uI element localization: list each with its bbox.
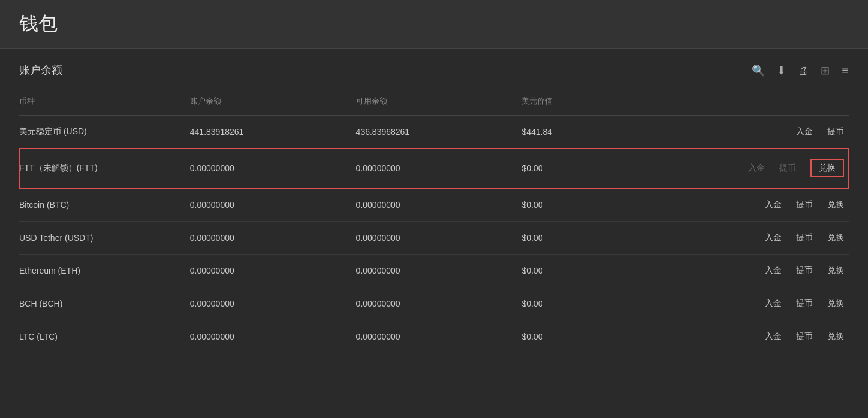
table-row: FTT（未解锁）(FTT)0.000000000.00000000$0.00入金… bbox=[19, 149, 849, 189]
withdraw-button[interactable]: 提币 bbox=[796, 199, 813, 210]
usd-value-cell: $441.84 bbox=[517, 127, 683, 137]
withdraw-button[interactable]: 提币 bbox=[827, 126, 844, 137]
usd-value-cell: $0.00 bbox=[517, 266, 683, 275]
deposit-button[interactable]: 入金 bbox=[765, 265, 782, 276]
withdraw-button: 提币 bbox=[779, 163, 796, 174]
withdraw-button[interactable]: 提币 bbox=[796, 298, 813, 309]
table-row: BCH (BCH)0.000000000.00000000$0.00入金提币兑换 bbox=[19, 287, 849, 320]
actions-cell: 入金提币 bbox=[683, 126, 849, 137]
deposit-button[interactable]: 入金 bbox=[765, 199, 782, 210]
table-row: 美元稳定币 (USD)441.83918261436.83968261$441.… bbox=[19, 116, 849, 149]
header-available: 可用余额 bbox=[351, 96, 517, 107]
exchange-button[interactable]: 兑换 bbox=[810, 159, 844, 177]
search-icon[interactable] bbox=[752, 63, 765, 77]
exchange-button[interactable]: 兑换 bbox=[827, 298, 844, 309]
actions-cell: 入金提币兑换 bbox=[683, 265, 849, 276]
table-body: 美元稳定币 (USD)441.83918261436.83968261$441.… bbox=[19, 116, 849, 353]
deposit-button: 入金 bbox=[748, 163, 765, 174]
exchange-button[interactable]: 兑换 bbox=[827, 232, 844, 243]
withdraw-button[interactable]: 提币 bbox=[796, 265, 813, 276]
currency-cell: 美元稳定币 (USD) bbox=[19, 126, 185, 137]
table-header: 币种 账户余额 可用余额 美元价值 bbox=[19, 87, 849, 116]
balance-cell: 0.00000000 bbox=[185, 233, 351, 243]
exchange-button[interactable]: 兑换 bbox=[827, 265, 844, 276]
currency-cell: Ethereum (ETH) bbox=[19, 266, 185, 275]
balance-cell: 0.00000000 bbox=[185, 200, 351, 210]
grid-icon[interactable] bbox=[821, 63, 830, 77]
table-row: Ethereum (ETH)0.000000000.00000000$0.00入… bbox=[19, 255, 849, 287]
actions-cell: 入金提币兑换 bbox=[683, 298, 849, 309]
usd-value-cell: $0.00 bbox=[517, 163, 683, 173]
actions-cell: 入金提币兑换 bbox=[683, 331, 849, 342]
balance-cell: 0.00000000 bbox=[185, 332, 351, 341]
balance-table: 币种 账户余额 可用余额 美元价值 美元稳定币 (USD)441.8391826… bbox=[19, 87, 849, 353]
section-header: 账户余额 bbox=[19, 49, 849, 87]
balance-cell: 441.83918261 bbox=[185, 127, 351, 137]
exchange-button[interactable]: 兑换 bbox=[827, 199, 844, 210]
currency-cell: BCH (BCH) bbox=[19, 299, 185, 308]
available-cell: 0.00000000 bbox=[351, 266, 517, 275]
deposit-button[interactable]: 入金 bbox=[765, 298, 782, 309]
print-icon[interactable] bbox=[798, 63, 809, 77]
usd-value-cell: $0.00 bbox=[517, 200, 683, 210]
actions-cell: 入金提币兑换 bbox=[683, 159, 849, 177]
actions-cell: 入金提币兑换 bbox=[683, 199, 849, 210]
header-balance: 账户余额 bbox=[185, 96, 351, 107]
header-currency: 币种 bbox=[19, 96, 185, 107]
deposit-button[interactable]: 入金 bbox=[796, 126, 813, 137]
table-row: USD Tether (USDT)0.000000000.00000000$0.… bbox=[19, 222, 849, 255]
currency-cell: FTT（未解锁）(FTT) bbox=[19, 163, 185, 174]
withdraw-button[interactable]: 提币 bbox=[796, 232, 813, 243]
usd-value-cell: $0.00 bbox=[517, 233, 683, 243]
currency-cell: USD Tether (USDT) bbox=[19, 233, 185, 243]
deposit-button[interactable]: 入金 bbox=[765, 331, 782, 342]
header-actions bbox=[683, 96, 849, 107]
balance-cell: 0.00000000 bbox=[185, 163, 351, 173]
exchange-button[interactable]: 兑换 bbox=[827, 331, 844, 342]
main-content: 账户余额 币种 账户余额 可用余额 美元价值 美元稳定币 (USD)441.83… bbox=[0, 49, 868, 353]
balance-cell: 0.00000000 bbox=[185, 299, 351, 308]
table-row: LTC (LTC)0.000000000.00000000$0.00入金提币兑换 bbox=[19, 320, 849, 353]
available-cell: 0.00000000 bbox=[351, 299, 517, 308]
withdraw-button[interactable]: 提币 bbox=[796, 331, 813, 342]
toolbar-icons bbox=[752, 63, 849, 77]
available-cell: 0.00000000 bbox=[351, 332, 517, 341]
currency-cell: LTC (LTC) bbox=[19, 332, 185, 341]
usd-value-cell: $0.00 bbox=[517, 299, 683, 308]
available-cell: 0.00000000 bbox=[351, 200, 517, 210]
available-cell: 0.00000000 bbox=[351, 233, 517, 243]
table-row: Bitcoin (BTC)0.000000000.00000000$0.00入金… bbox=[19, 189, 849, 222]
filter-icon[interactable] bbox=[842, 63, 849, 77]
balance-cell: 0.00000000 bbox=[185, 266, 351, 275]
deposit-button[interactable]: 入金 bbox=[765, 232, 782, 243]
page-title: 钱包 bbox=[19, 11, 849, 37]
page-header: 钱包 bbox=[0, 0, 868, 49]
actions-cell: 入金提币兑换 bbox=[683, 232, 849, 243]
available-cell: 436.83968261 bbox=[351, 127, 517, 137]
usd-value-cell: $0.00 bbox=[517, 332, 683, 341]
header-usd-value: 美元价值 bbox=[517, 96, 683, 107]
section-title: 账户余额 bbox=[19, 63, 62, 77]
download-icon[interactable] bbox=[777, 63, 786, 77]
currency-cell: Bitcoin (BTC) bbox=[19, 200, 185, 210]
available-cell: 0.00000000 bbox=[351, 163, 517, 173]
